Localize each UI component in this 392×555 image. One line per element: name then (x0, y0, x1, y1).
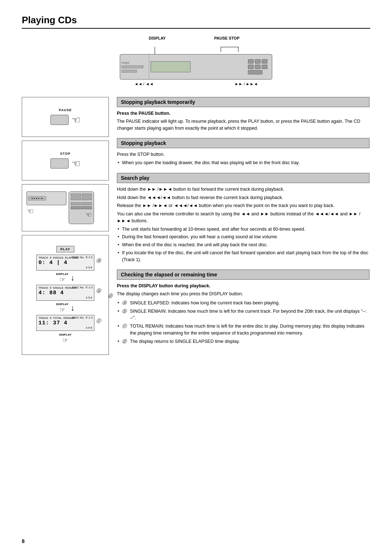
panel-c-discs2: 4 5 6 (38, 326, 92, 329)
panel-a-track-num: 9 (50, 256, 51, 259)
search-bullets: The unit starts fast forwarding at 10-ti… (117, 226, 369, 263)
checking-item-a-text: SINGLE ELAPSED: Indicates how long the c… (130, 300, 280, 307)
search-bullet-2: During the fast forward operation, you w… (117, 234, 369, 240)
arrow-right-label: ►► / ►►◄ (234, 82, 258, 86)
checking-item-c-text: TOTAL REMAIN: Indicates how much time is… (130, 323, 369, 337)
marker-a-text: ⓐ (122, 300, 128, 307)
checking-intro: The display changes each time you press … (117, 291, 369, 297)
stop-illustration: STOP ☞ (22, 141, 109, 181)
panel-c-disc-no: DISC No. (72, 316, 85, 319)
display-btn-label-b: DISPLAY (56, 303, 69, 306)
arrow-down-a: ↓ (70, 273, 74, 283)
search-illustration: ◄◄ ►► /► ☞ (22, 184, 109, 231)
checking-item-d: ⓓ The display returns to SINGLE ELAPSED … (117, 338, 369, 345)
search-bullet-4: If you locate the top of the disc, the u… (117, 250, 369, 263)
panel-b-track-num: 9 (50, 286, 51, 289)
page-title: Playing CDs (22, 15, 370, 29)
remote-hand-icon: ☞ (85, 210, 92, 219)
display-icon-c: ☞ (62, 336, 68, 344)
search-play-section: Search play Hold down the ►► /►►◄ button… (116, 173, 370, 263)
stop-bullet-1: When you open the loading drawer, the di… (117, 159, 369, 166)
panel-a-disc-no: DISC No. (72, 256, 85, 259)
pause-hand-icon: ☞ (72, 114, 81, 126)
search-hand-icon: ☞ (26, 207, 34, 216)
stopping-playback-header: Stopping playback (117, 138, 369, 148)
panel-c-track: TRACK (38, 316, 48, 320)
checking-item-a: ⓐ SINGLE ELAPSED: Indicates how long the… (117, 300, 369, 307)
panel-a-discs2: 4 5 6 (38, 266, 92, 269)
panel-b-discs: ① 2 3 (85, 286, 93, 289)
right-column: Stopping playback temporarily Press the … (116, 97, 370, 355)
pause-label-top: PAUSE (214, 36, 228, 40)
display-btn-label-a: DISPLAY (56, 272, 69, 276)
search-para-2: Hold down the ◄◄◄/◄◄ button to fast reve… (117, 194, 369, 201)
marker-a: ⓐ (96, 258, 101, 264)
left-column: PAUSE ☞ STOP ☞ ◄◄ ►► /► (22, 97, 109, 355)
pause-illustration: PAUSE ☞ (22, 97, 109, 137)
checking-bold: Press the DISPLAY button during playback… (117, 283, 369, 289)
panel-b-single: SINGLE (53, 286, 64, 289)
stop-hand-icon: ☞ (72, 158, 81, 170)
panel-b-disc-no: DISC No. (72, 286, 85, 289)
marker-b: ⓑ (96, 288, 101, 294)
checking-item-d-text: The display returns to SINGLE ELAPSED ti… (130, 338, 240, 345)
panel-c-total: TOTAL (53, 316, 62, 320)
panel-c-discs: ① 2 3 (85, 316, 93, 319)
panel-c-track-num: 9 (50, 316, 51, 320)
checking-header: Checking the elapsed or remaining time (117, 270, 369, 280)
checking-section: Checking the elapsed or remaining time P… (116, 270, 370, 345)
display-icon-b: ☞ (60, 306, 65, 314)
pause-bold-label: Press the PAUSE button. (117, 110, 369, 117)
marker-b-text: ⓑ (122, 308, 128, 322)
page-number: 8 (22, 538, 25, 544)
stop-bullets: When you open the loading drawer, the di… (117, 159, 369, 166)
stop-intro: Press the STOP button. (117, 151, 369, 158)
checking-items: ⓐ SINGLE ELAPSED: Indicates how long the… (117, 300, 369, 345)
search-para-1: Hold down the ►► /►►◄ button to fast for… (117, 186, 369, 193)
search-para-3: Release the ►► /►►◄ or ◄◄◄/◄◄ button whe… (117, 202, 369, 209)
panel-a-value: 0: 4 | 4 (38, 260, 92, 266)
stop-label-top: STOP (229, 36, 240, 40)
device-image: integra (120, 54, 272, 80)
marker-c-text: ⓒ (122, 323, 128, 337)
bottom-arrows: ◄◄ / ◄◄ ►► / ►►◄ (120, 82, 272, 86)
stopping-pause-section: Stopping playback temporarily Press the … (116, 97, 370, 131)
play-btn-display: PLAY (56, 246, 74, 252)
panel-b-discs2: 4 5 6 (38, 296, 92, 299)
panel-a-track: TRACK (38, 256, 48, 259)
top-diagram: DISPLAY PAUSE STOP integra (22, 36, 370, 86)
panel-a-single: SINGLE (53, 256, 64, 259)
panel-a-discs: ① 2 3 (85, 256, 93, 259)
checking-item-b: ⓑ SINGLE REMAIN: Indicates how much time… (117, 308, 369, 322)
arrow-left-label: ◄◄ / ◄◄ (134, 82, 154, 86)
main-content: PAUSE ☞ STOP ☞ ◄◄ ►► /► (22, 97, 370, 355)
display-icon-a: ☞ (60, 276, 65, 284)
stopping-playback-section: Stopping playback Press the STOP button.… (116, 138, 370, 166)
search-bullet-3: When the end of the disc is reached, the… (117, 242, 369, 248)
search-play-header: Search play (117, 173, 369, 183)
pause-body: The PAUSE indicator will light up. To re… (117, 118, 369, 132)
stopping-pause-header: Stopping playback temporarily (117, 97, 369, 107)
search-bullet-1: The unit starts fast forwarding at 10-ti… (117, 226, 369, 233)
marker-d-text: ⓓ (122, 338, 128, 345)
checking-item-c: ⓒ TOTAL REMAIN: Indicates how much time … (117, 323, 369, 337)
checking-item-b-text: SINGLE REMAIN: Indicates how much time i… (130, 308, 369, 322)
checking-illustration: PLAY TRACK 9 SINGLE ELAPSED DISC No. ① 2… (22, 235, 109, 355)
search-para-4: You can also use the remote controller t… (117, 211, 369, 224)
panel-c-value: 11: 37 4 (38, 320, 92, 326)
marker-d-side: ⓓ (108, 293, 113, 299)
display-btn-label-c: DISPLAY (59, 333, 72, 336)
arrow-down-b: ↓ (70, 303, 74, 313)
panel-b-track: TRACK (38, 286, 48, 289)
stop-button-label: STOP (60, 152, 70, 155)
pause-button-label: PAUSE (59, 108, 72, 112)
panel-b-value: 4: 88 4 (38, 290, 92, 296)
marker-c: ⓒ (96, 318, 101, 324)
display-label: DISPLAY (149, 36, 166, 40)
